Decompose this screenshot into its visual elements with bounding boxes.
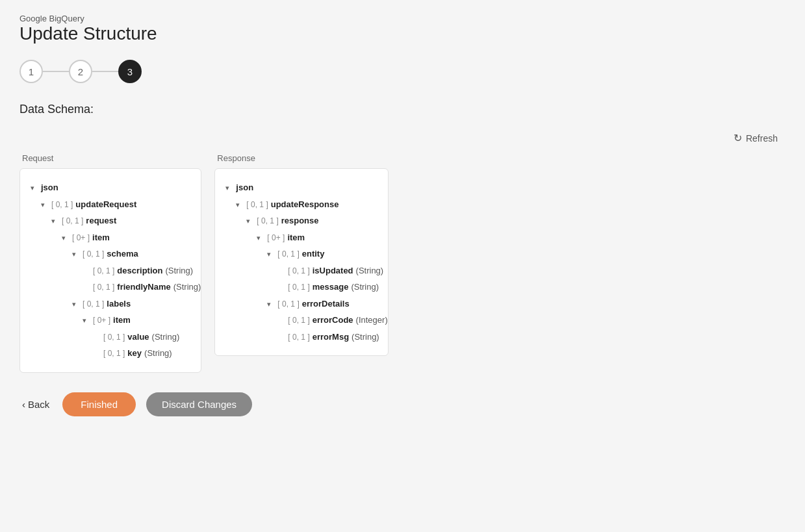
tree-node-type: (String): [351, 331, 379, 344]
tree-node-badge: [ 0, 1 ]: [83, 298, 104, 310]
tree-node-name: description: [117, 264, 162, 277]
step-connector-2: [92, 71, 118, 72]
step-2-label: 2: [78, 66, 83, 77]
tree-node: ▾[ 0, 1 ] response: [215, 212, 387, 229]
tree-node-badge: [ 0, 1 ]: [103, 348, 125, 359]
tree-node-name: errorDetails: [302, 298, 350, 310]
tree-node-name: item: [92, 231, 110, 244]
tree-node: [ 0, 1 ] isUpdated (String): [215, 262, 387, 279]
tree-node-type: (String): [173, 281, 201, 294]
page-title: Update Structure: [19, 23, 786, 44]
step-3[interactable]: 3: [118, 60, 142, 83]
request-panel-wrapper: Request ▾ json ▾[ 0, 1 ] updateRequest▾[…: [19, 153, 201, 373]
step-connector-1: [43, 71, 69, 72]
steps-row: 1 2 3: [19, 60, 786, 83]
tree-node-toggle[interactable]: ▾: [62, 233, 70, 244]
refresh-icon: ↻: [734, 132, 742, 144]
tree-node-toggle[interactable]: ▾: [246, 216, 254, 227]
page-container: Google BigQuery Update Structure 1 2 3 D…: [0, 0, 805, 532]
request-root-toggle[interactable]: ▾: [31, 183, 38, 194]
tree-node: [ 0, 1 ] value (String): [20, 329, 201, 346]
refresh-row: ↻ Refresh: [19, 128, 786, 148]
response-root-name: json: [236, 181, 253, 194]
tree-node-toggle[interactable]: ▾: [83, 315, 90, 326]
tree-node: ▾[ 0, 1 ] entity: [215, 246, 387, 262]
discard-button[interactable]: Discard Changes: [146, 392, 252, 416]
tree-node-type: (String): [356, 264, 384, 277]
tree-node-toggle[interactable]: ▾: [236, 199, 244, 210]
tree-node-badge: [ 0, 1 ]: [288, 314, 309, 326]
tree-node-name: updateResponse: [271, 198, 339, 211]
tree-node-badge: [ 0, 1 ]: [257, 215, 278, 227]
response-label: Response: [214, 153, 388, 163]
tree-node-name: item: [113, 314, 131, 327]
tree-node-name: errorMsg: [313, 331, 349, 344]
response-root-toggle[interactable]: ▾: [225, 183, 233, 194]
tree-node-type: (String): [144, 347, 172, 360]
response-tree: ▾[ 0, 1 ] updateResponse▾[ 0, 1 ] respon…: [215, 196, 387, 346]
tree-node-name: labels: [107, 298, 131, 310]
tree-node-type: (String): [351, 281, 379, 294]
tree-node-badge: [ 0, 1 ]: [246, 199, 268, 210]
tree-node-type: (String): [152, 331, 180, 344]
request-root-name: json: [41, 181, 58, 194]
tree-node-toggle[interactable]: ▾: [267, 249, 275, 260]
refresh-button[interactable]: ↻ Refresh: [726, 128, 786, 148]
tree-node: ▾[ 0+ ] item: [20, 229, 201, 246]
tree-node: [ 0, 1 ] message (String): [215, 279, 387, 296]
tree-node: ▾[ 0+ ] item: [215, 229, 387, 246]
breadcrumb-link[interactable]: Google BigQuery: [19, 14, 84, 23]
tree-node-badge: [ 0, 1 ]: [288, 265, 309, 277]
tree-node-toggle[interactable]: ▾: [72, 299, 80, 310]
step-2[interactable]: 2: [69, 60, 92, 83]
back-label: Back: [28, 399, 49, 410]
tree-node-toggle[interactable]: ▾: [51, 216, 59, 227]
tree-node: ▾[ 0+ ] item: [20, 312, 201, 329]
tree-node-badge: [ 0, 1 ]: [62, 215, 83, 227]
tree-node-badge: [ 0, 1 ]: [83, 248, 104, 260]
tree-node-name: value: [127, 331, 149, 344]
tree-node: ▾[ 0, 1 ] schema: [20, 246, 201, 262]
tree-node-toggle[interactable]: ▾: [267, 299, 275, 310]
tree-node-name: request: [86, 214, 116, 227]
tree-node-name: isUpdated: [313, 264, 353, 277]
tree-node-toggle[interactable]: ▾: [257, 233, 264, 244]
tree-node-name: schema: [107, 247, 138, 260]
tree-node-toggle[interactable]: ▾: [41, 199, 49, 210]
step-1[interactable]: 1: [19, 60, 43, 83]
tree-node-badge: [ 0+ ]: [93, 314, 110, 326]
back-chevron-icon: ‹: [22, 399, 25, 410]
data-schema-title: Data Schema:: [19, 103, 786, 116]
tree-node-badge: [ 0, 1 ]: [288, 331, 309, 343]
tree-node-badge: [ 0, 1 ]: [51, 199, 73, 210]
request-tree: ▾[ 0, 1 ] updateRequest▾[ 0, 1 ] request…: [20, 196, 201, 362]
tree-node-type: (String): [165, 264, 193, 277]
tree-node-name: response: [281, 214, 319, 227]
refresh-label: Refresh: [746, 133, 778, 144]
tree-node: [ 0, 1 ] errorCode (Integer): [215, 312, 387, 329]
tree-node-badge: [ 0, 1 ]: [288, 281, 309, 293]
finished-button[interactable]: Finished: [62, 392, 136, 416]
step-1-label: 1: [29, 66, 34, 77]
tree-node-badge: [ 0+ ]: [267, 232, 285, 244]
tree-node: ▾[ 0, 1 ] errorDetails: [215, 296, 387, 312]
response-panel: ▾ json ▾[ 0, 1 ] updateResponse▾[ 0, 1 ]…: [214, 168, 388, 356]
tree-node-name: message: [313, 281, 349, 294]
tree-node: [ 0, 1 ] errorMsg (String): [215, 329, 387, 346]
back-button[interactable]: ‹ Back: [19, 394, 52, 415]
tree-node: ▾[ 0, 1 ] request: [20, 212, 201, 229]
tree-node-toggle[interactable]: ▾: [72, 249, 80, 260]
request-root-node: ▾ json: [20, 179, 201, 196]
tree-node-name: updateRequest: [75, 198, 136, 211]
tree-node-badge: [ 0, 1 ]: [93, 265, 114, 277]
tree-node-name: key: [127, 347, 142, 360]
tree-node-name: item: [287, 231, 305, 244]
tree-node-name: errorCode: [313, 314, 353, 327]
tree-node-badge: [ 0+ ]: [72, 232, 90, 244]
schema-panels: Request ▾ json ▾[ 0, 1 ] updateRequest▾[…: [19, 153, 786, 373]
tree-node-badge: [ 0, 1 ]: [277, 298, 299, 310]
tree-node: [ 0, 1 ] key (String): [20, 345, 201, 362]
request-label: Request: [19, 153, 201, 163]
tree-node: [ 0, 1 ] description (String): [20, 262, 201, 279]
tree-node-name: friendlyName: [117, 281, 170, 294]
